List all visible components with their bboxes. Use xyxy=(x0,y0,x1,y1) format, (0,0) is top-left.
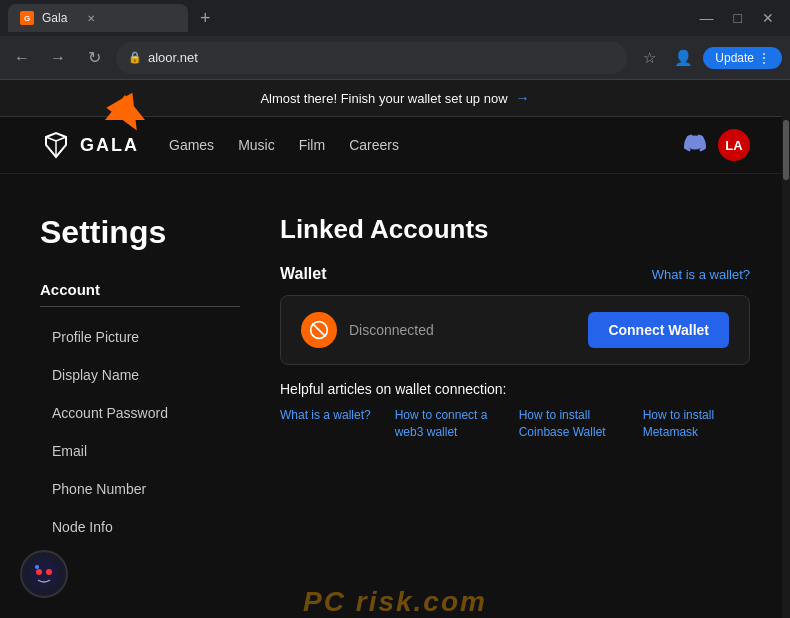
page-content: Almost there! Finish your wallet set up … xyxy=(0,80,790,618)
bookmark-icon[interactable]: ☆ xyxy=(635,44,663,72)
main-layout: Settings Account Profile Picture Display… xyxy=(0,194,790,618)
window-controls: — □ ✕ xyxy=(692,8,782,28)
svg-point-5 xyxy=(30,560,58,588)
minimize-button[interactable]: — xyxy=(692,8,722,28)
connect-wallet-button[interactable]: Connect Wallet xyxy=(588,312,729,348)
maximize-button[interactable]: □ xyxy=(726,8,750,28)
sidebar-item-phone-number[interactable]: Phone Number xyxy=(40,471,240,507)
sidebar-section-title: Account xyxy=(40,281,240,307)
nav-right: LA xyxy=(684,129,750,161)
nav-film[interactable]: Film xyxy=(299,137,325,153)
scrollbar[interactable] xyxy=(782,80,790,618)
helpful-link-1[interactable]: How to connect a web3 wallet xyxy=(395,407,495,441)
browser-titlebar: G Gala ✕ + — □ ✕ xyxy=(0,0,790,36)
page-title: Settings xyxy=(40,214,240,251)
sidebar: Settings Account Profile Picture Display… xyxy=(40,194,240,618)
helpful-articles-title: Helpful articles on wallet connection: xyxy=(280,381,750,397)
svg-point-8 xyxy=(35,565,39,569)
browser-toolbar: ← → ↻ 🔒 aloor.net ☆ 👤 Update ⋮ xyxy=(0,36,790,80)
nav-careers[interactable]: Careers xyxy=(349,137,399,153)
profile-icon[interactable]: 👤 xyxy=(669,44,697,72)
nav-music[interactable]: Music xyxy=(238,137,275,153)
wallet-card: Disconnected Connect Wallet xyxy=(280,295,750,365)
what-is-wallet-link[interactable]: What is a wallet? xyxy=(652,267,750,282)
address-text: aloor.net xyxy=(148,50,615,65)
svg-line-4 xyxy=(312,323,325,336)
banner: Almost there! Finish your wallet set up … xyxy=(0,80,790,117)
sidebar-item-profile-picture[interactable]: Profile Picture xyxy=(40,319,240,355)
content-title: Linked Accounts xyxy=(280,214,750,245)
back-button[interactable]: ← xyxy=(8,44,36,72)
toolbar-actions: ☆ 👤 Update ⋮ xyxy=(635,44,782,72)
svg-point-6 xyxy=(36,569,42,575)
content-area: Linked Accounts Wallet What is a wallet?… xyxy=(280,194,750,618)
svg-point-7 xyxy=(46,569,52,575)
user-avatar[interactable]: LA xyxy=(718,129,750,161)
nav-links: Games Music Film Careers xyxy=(169,137,684,153)
bot-overlay xyxy=(20,550,68,598)
sidebar-item-email[interactable]: Email xyxy=(40,433,240,469)
sidebar-item-account-password[interactable]: Account Password xyxy=(40,395,240,431)
helpful-links-list: What is a wallet? How to connect a web3 … xyxy=(280,407,750,441)
lock-icon: 🔒 xyxy=(128,51,142,64)
close-button[interactable]: ✕ xyxy=(754,8,782,28)
helpful-link-2[interactable]: How to install Coinbase Wallet xyxy=(519,407,619,441)
browser-tab[interactable]: G Gala ✕ xyxy=(8,4,188,32)
helpful-link-0[interactable]: What is a wallet? xyxy=(280,407,371,441)
banner-text: Almost there! Finish your wallet set up … xyxy=(260,91,507,106)
browser-window: G Gala ✕ + — □ ✕ ← → ↻ 🔒 aloor.net ☆ 👤 U… xyxy=(0,0,790,618)
banner-arrow-icon[interactable]: → xyxy=(516,90,530,106)
new-tab-button[interactable]: + xyxy=(192,8,219,29)
site-nav: GALA Games Music Film Careers LA xyxy=(0,117,790,174)
discord-icon[interactable] xyxy=(684,132,706,159)
update-button[interactable]: Update ⋮ xyxy=(703,47,782,69)
nav-games[interactable]: Games xyxy=(169,137,214,153)
address-bar[interactable]: 🔒 aloor.net xyxy=(116,42,627,74)
logo-text: GALA xyxy=(80,135,139,156)
wallet-section-label: Wallet xyxy=(280,265,327,283)
scrollbar-thumb[interactable] xyxy=(783,120,789,180)
menu-dots-icon: ⋮ xyxy=(758,51,770,65)
tab-favicon: G xyxy=(20,11,34,25)
logo[interactable]: GALA xyxy=(40,129,139,161)
sidebar-item-display-name[interactable]: Display Name xyxy=(40,357,240,393)
helpful-link-3[interactable]: How to install Metamask xyxy=(643,407,743,441)
wallet-section-header: Wallet What is a wallet? xyxy=(280,265,750,283)
tab-close-button[interactable]: ✕ xyxy=(83,10,99,26)
wallet-status-text: Disconnected xyxy=(349,322,576,338)
refresh-button[interactable]: ↻ xyxy=(80,44,108,72)
wallet-disconnected-icon xyxy=(301,312,337,348)
forward-button[interactable]: → xyxy=(44,44,72,72)
sidebar-item-node-info[interactable]: Node Info xyxy=(40,509,240,545)
tab-title: Gala xyxy=(42,11,67,25)
